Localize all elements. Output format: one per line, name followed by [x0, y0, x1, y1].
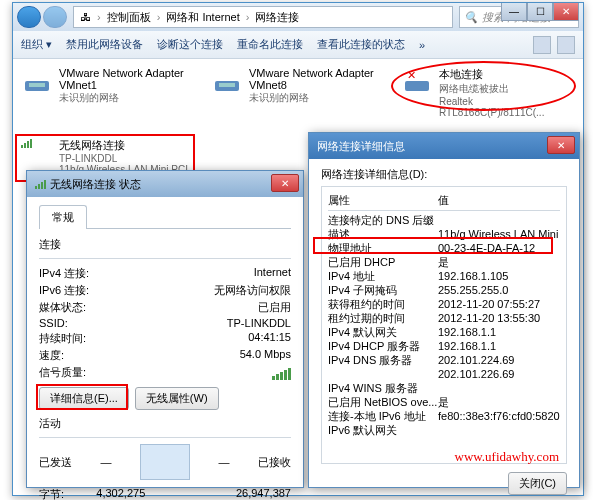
- adapter-name: VMware Network Adapter VMnet8: [249, 67, 381, 91]
- close-button[interactable]: ✕: [553, 3, 579, 21]
- property-value: 是: [438, 255, 560, 269]
- wifi-icon: [35, 180, 46, 189]
- property-value: fe80::38e3:f76:cfd0:5820%13: [438, 409, 560, 423]
- property-value: 255.255.255.0: [438, 283, 560, 297]
- adapter-status: 未识别的网络: [249, 91, 381, 105]
- property-name: 已启用 DHCP: [328, 255, 438, 269]
- network-adapter-icon: ✕: [401, 67, 433, 99]
- label: 持续时间:: [39, 331, 86, 346]
- label: SSID:: [39, 317, 68, 329]
- value: 无网络访问权限: [214, 283, 291, 298]
- property-row: IPv4 默认网关192.168.1.1: [328, 325, 560, 339]
- value: 54.0 Mbps: [240, 348, 291, 363]
- wireless-status-dialog: 无线网络连接 状态 ✕ 常规 连接 IPv4 连接:Internet IPv6 …: [26, 170, 304, 488]
- value: 04:41:15: [248, 331, 291, 346]
- property-value: [438, 213, 560, 227]
- property-row: 连接-本地 IPv6 地址fe80::38e3:f76:cfd0:5820%13: [328, 409, 560, 423]
- diagnose-button[interactable]: 诊断这个连接: [157, 37, 223, 52]
- section-label: 活动: [39, 416, 291, 431]
- tab-general[interactable]: 常规: [39, 205, 87, 229]
- adapter-device: Realtek RTL8168C(P)/8111C(...: [439, 96, 571, 118]
- help-icon[interactable]: [557, 36, 575, 54]
- label: 速度:: [39, 348, 64, 363]
- dialog-titlebar[interactable]: 无线网络连接 状态 ✕: [27, 171, 303, 197]
- connection-details-dialog: 网络连接详细信息 ✕ 网络连接详细信息(D): 属性 值 连接特定的 DNS 后…: [308, 132, 580, 488]
- sent-label: 已发送: [39, 455, 72, 470]
- close-button[interactable]: ✕: [547, 136, 575, 154]
- property-name: 连接-本地 IPv6 地址: [328, 409, 438, 423]
- wifi-adapter-icon: [21, 138, 53, 170]
- adapter-status: 未识别的网络: [59, 91, 191, 105]
- breadcrumb-part[interactable]: 网络和 Internet: [166, 10, 239, 25]
- property-row: IPv6 默认网关: [328, 423, 560, 437]
- label: IPv6 连接:: [39, 283, 89, 298]
- property-value: [438, 381, 560, 395]
- svg-rect-3: [219, 83, 235, 87]
- property-name: IPv4 默认网关: [328, 325, 438, 339]
- breadcrumb-part[interactable]: 网络连接: [255, 10, 299, 25]
- property-row: 获得租约的时间2012-11-20 07:55:27: [328, 297, 560, 311]
- maximize-button[interactable]: ☐: [527, 3, 553, 21]
- property-name: 获得租约的时间: [328, 297, 438, 311]
- property-name: 已启用 NetBIOS ove...: [328, 395, 438, 409]
- property-name: IPv6 默认网关: [328, 423, 438, 437]
- window-controls: — ☐ ✕: [501, 3, 579, 21]
- disable-device-button[interactable]: 禁用此网络设备: [66, 37, 143, 52]
- wireless-properties-button[interactable]: 无线属性(W): [135, 387, 219, 410]
- minimize-button[interactable]: —: [501, 3, 527, 21]
- bytes-sent: 4,302,275: [64, 487, 177, 500]
- close-button[interactable]: ✕: [271, 174, 299, 192]
- property-name: IPv4 地址: [328, 269, 438, 283]
- search-icon: 🔍: [464, 11, 478, 24]
- adapter-status: 网络电缆被拔出: [439, 82, 571, 96]
- dialog-titlebar[interactable]: 网络连接详细信息 ✕: [309, 133, 579, 159]
- details-table: 属性 值 连接特定的 DNS 后缀描述11b/g Wireless LAN Mi…: [321, 186, 567, 464]
- rename-button[interactable]: 重命名此连接: [237, 37, 303, 52]
- property-row: 202.101.226.69: [328, 367, 560, 381]
- property-value: 2012-11-20 07:55:27: [438, 297, 560, 311]
- close-button[interactable]: 关闭(C): [508, 472, 567, 495]
- adapter-local[interactable]: ✕ 本地连接 网络电缆被拔出 Realtek RTL8168C(P)/8111C…: [401, 67, 571, 118]
- property-value: 192.168.1.1: [438, 325, 560, 339]
- value: TP-LINKDDL: [227, 317, 291, 329]
- property-value: 202.101.224.69: [438, 353, 560, 367]
- activity-icon: [140, 444, 190, 480]
- organize-menu[interactable]: 组织 ▾: [21, 37, 52, 52]
- view-status-button[interactable]: 查看此连接的状态: [317, 37, 405, 52]
- property-row: IPv4 DNS 服务器202.101.224.69: [328, 353, 560, 367]
- breadcrumb-icon: 🖧: [80, 11, 91, 23]
- label: 信号质量:: [39, 365, 86, 380]
- adapter-ssid: TP-LINKDDL: [59, 153, 191, 164]
- property-value: 202.101.226.69: [438, 367, 560, 381]
- watermark: www.ufidawhy.com: [455, 449, 559, 465]
- view-icon[interactable]: [533, 36, 551, 54]
- adapter-vmnet1[interactable]: VMware Network Adapter VMnet1 未识别的网络: [21, 67, 191, 118]
- back-button[interactable]: [17, 6, 41, 28]
- breadcrumb[interactable]: 🖧 › 控制面板 › 网络和 Internet › 网络连接: [73, 6, 453, 28]
- property-name: IPv4 WINS 服务器: [328, 381, 438, 395]
- property-name: IPv4 DHCP 服务器: [328, 339, 438, 353]
- property-value: [438, 423, 560, 437]
- property-name: IPv4 DNS 服务器: [328, 353, 438, 367]
- column-header: 值: [438, 193, 449, 208]
- overflow-button[interactable]: »: [419, 39, 425, 51]
- property-row: 物理地址00-23-4E-DA-FA-12: [328, 241, 560, 255]
- property-name: 物理地址: [328, 241, 438, 255]
- details-button[interactable]: 详细信息(E)...: [39, 387, 129, 410]
- property-row: IPv4 WINS 服务器: [328, 381, 560, 395]
- property-row: IPv4 地址192.168.1.105: [328, 269, 560, 283]
- property-row: 租约过期的时间2012-11-20 13:55:30: [328, 311, 560, 325]
- property-name: 租约过期的时间: [328, 311, 438, 325]
- label: 字节:: [39, 487, 64, 500]
- adapter-vmnet8[interactable]: VMware Network Adapter VMnet8 未识别的网络: [211, 67, 381, 118]
- breadcrumb-part[interactable]: 控制面板: [107, 10, 151, 25]
- label: IPv4 连接:: [39, 266, 89, 281]
- property-row: 连接特定的 DNS 后缀: [328, 213, 560, 227]
- network-adapter-icon: [21, 67, 53, 99]
- property-row: IPv4 子网掩码255.255.255.0: [328, 283, 560, 297]
- value: Internet: [254, 266, 291, 281]
- forward-button[interactable]: [43, 6, 67, 28]
- adapter-name: 无线网络连接: [59, 138, 191, 153]
- network-adapter-icon: [211, 67, 243, 99]
- toolbar: 组织 ▾ 禁用此网络设备 诊断这个连接 重命名此连接 查看此连接的状态 »: [13, 31, 583, 59]
